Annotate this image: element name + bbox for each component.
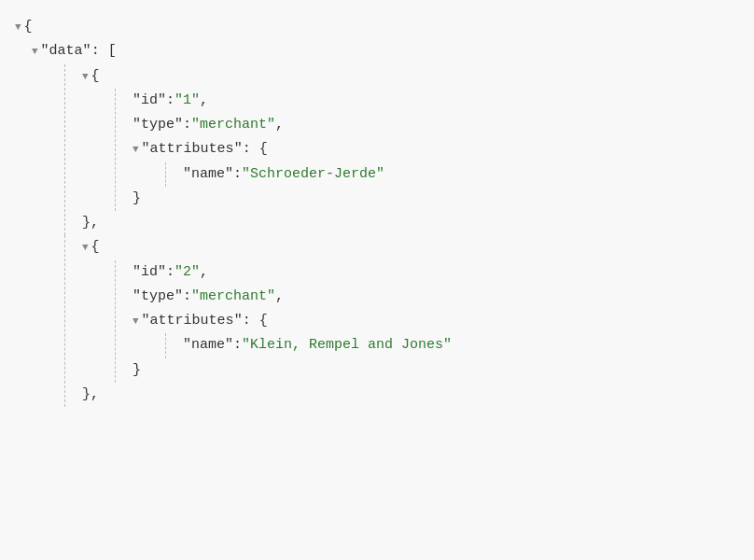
item2-name-value: "Klein, Rempel and Jones" [242,333,452,357]
data-key: "data" [41,39,91,63]
item2-attributes-toggle[interactable]: ▼ [133,313,139,330]
item2-type-row: "type" : "merchant" , [133,285,739,309]
item1-id-key: "id" [133,89,166,113]
item2-attributes-row: ▼ "attributes" : { [133,309,739,333]
item1-attributes-toggle[interactable]: ▼ [133,141,139,159]
item2-id-key: "id" [133,260,166,285]
item2-brace-row: ▼ { [82,235,739,259]
item1-attributes-close-row: } [133,187,739,211]
item2-toggle[interactable]: ▼ [82,239,89,257]
item1-attributes-brace-close: } [133,187,141,211]
item2-brace-close: }, [82,383,99,407]
data-key-row: ▼ "data" : [ [15,39,739,63]
item1-brace-close: }, [82,211,99,235]
data-colon: : [ [91,39,117,63]
item1-name-value: "Schroeder-Jerde" [242,162,384,187]
item1-type-row: "type" : "merchant" , [133,113,739,137]
json-viewer: ▼ { ▼ "data" : [ ▼ { "id" : "1" [15,15,739,407]
data-toggle[interactable]: ▼ [32,43,38,61]
item1-name-row: "name" : "Schroeder-Jerde" [183,162,739,187]
item2-name-key: "name" [183,333,233,357]
item2-attributes-brace-close: } [133,358,141,383]
item1-type-value: "merchant" [191,113,275,137]
item1-type-key: "type" [133,113,183,137]
item2-attributes-close-row: } [133,358,739,383]
root-row: ▼ { [15,15,739,39]
item1-close-row: }, [82,211,739,235]
item2-id-row: "id" : "2" , [133,260,739,285]
item1-id-row: "id" : "1" , [133,89,739,113]
item1-id-value: "1" [175,89,200,113]
root-toggle[interactable]: ▼ [15,19,21,36]
item2-close-row: }, [82,383,739,407]
item1-attributes-row: ▼ "attributes" : { [133,137,739,161]
item1-brace-open: { [91,64,100,89]
item2-type-key: "type" [133,285,183,309]
item2-id-value: "2" [175,260,200,285]
item2-attributes-key: "attributes" [142,309,243,333]
item2-brace-open: { [91,235,100,259]
item1-toggle[interactable]: ▼ [82,68,89,86]
root-brace-open: { [24,15,33,39]
item1-name-key: "name" [183,162,233,187]
item2-name-row: "name" : "Klein, Rempel and Jones" [183,333,739,357]
item1-brace-row: ▼ { [82,64,739,89]
item1-attributes-key: "attributes" [142,137,243,161]
item2-type-value: "merchant" [191,285,275,309]
